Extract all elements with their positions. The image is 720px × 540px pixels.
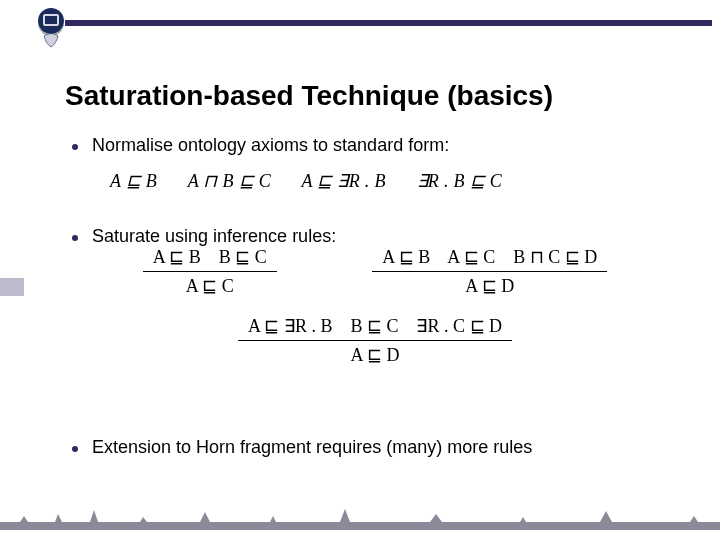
rule-conclusion: A ⊑ C	[143, 272, 277, 297]
rule-conclusion: A ⊑ D	[238, 341, 512, 366]
slide-title: Saturation-based Technique (basics)	[65, 80, 553, 112]
skyline-icon	[0, 508, 720, 530]
header-rule	[65, 20, 712, 26]
footer-skyline	[0, 504, 720, 540]
bullet-item: Saturate using inference rules:	[72, 226, 690, 247]
normal-forms-row: A ⊑ B A ⊓ B ⊑ C A ⊑ ∃R . B ∃R . B ⊑ C	[110, 170, 528, 192]
inference-rules: A ⊑ B B ⊑ C A ⊑ C A ⊑ B A ⊑ C B ⊓ C ⊑ D …	[95, 246, 655, 384]
inference-rule: A ⊑ B A ⊑ C B ⊓ C ⊑ D A ⊑ D	[372, 246, 607, 297]
bullet-text: Extension to Horn fragment requires (man…	[92, 437, 532, 458]
rule-conclusion: A ⊑ D	[372, 272, 607, 297]
bullet-dot-icon	[72, 235, 78, 241]
inference-rule: A ⊑ B B ⊑ C A ⊑ C	[143, 246, 277, 297]
university-crest-icon	[34, 6, 68, 50]
rule-premises: A ⊑ B B ⊑ C	[143, 246, 277, 272]
bullet-item: Normalise ontology axioms to standard fo…	[72, 135, 690, 156]
svg-rect-2	[45, 16, 57, 24]
rule-premises: A ⊑ B A ⊑ C B ⊓ C ⊑ D	[372, 246, 607, 272]
bullet-text: Normalise ontology axioms to standard fo…	[92, 135, 449, 156]
rules-row: A ⊑ ∃R . B B ⊑ C ∃R . C ⊑ D A ⊑ D	[95, 315, 655, 366]
normal-form: A ⊑ ∃R . B	[302, 171, 386, 191]
bullet-dot-icon	[72, 446, 78, 452]
normal-form: A ⊑ B	[110, 171, 157, 191]
side-tab-decoration	[0, 278, 24, 296]
rules-row: A ⊑ B B ⊑ C A ⊑ C A ⊑ B A ⊑ C B ⊓ C ⊑ D …	[95, 246, 655, 297]
rule-premises: A ⊑ ∃R . B B ⊑ C ∃R . C ⊑ D	[238, 315, 512, 341]
normal-form: ∃R . B ⊑ C	[417, 171, 503, 191]
normal-form: A ⊓ B ⊑ C	[188, 171, 271, 191]
bullet-item: Extension to Horn fragment requires (man…	[72, 437, 690, 458]
inference-rule: A ⊑ ∃R . B B ⊑ C ∃R . C ⊑ D A ⊑ D	[238, 315, 512, 366]
bullet-dot-icon	[72, 144, 78, 150]
bullet-text: Saturate using inference rules:	[92, 226, 336, 247]
